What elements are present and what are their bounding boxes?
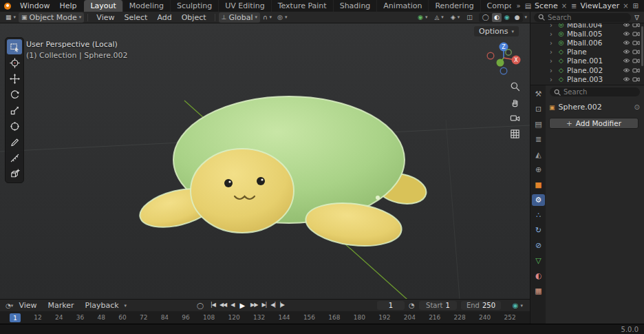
disclosure-icon[interactable]	[550, 75, 555, 83]
shading-wireframe[interactable]: ◯	[480, 13, 491, 22]
disclosure-icon[interactable]	[550, 23, 555, 29]
workspace-tab[interactable]: UV Editing	[219, 0, 271, 12]
hide-viewport-eye-icon[interactable]	[623, 67, 630, 74]
3d-scene[interactable]	[0, 23, 530, 299]
outliner-filter-icon[interactable]: ∇	[633, 14, 641, 21]
toggle-xray-button[interactable]: ◫	[464, 12, 475, 23]
properties-tab-particles[interactable]: ∴	[532, 209, 545, 221]
disclosure-icon[interactable]	[550, 39, 555, 47]
disable-render-camera-icon[interactable]	[632, 23, 640, 28]
workspace-tab[interactable]: Compositing	[481, 0, 511, 12]
disable-render-camera-icon[interactable]	[632, 48, 640, 55]
playback-button-jump-to-end[interactable]: ▶|	[259, 302, 268, 309]
outliner-row[interactable]: Plane.003	[530, 74, 644, 83]
new-viewlayer-icon[interactable]: ⊞	[632, 0, 640, 12]
workspace-tab[interactable]: Shading	[334, 0, 378, 12]
frame-tick[interactable]: 144	[278, 314, 290, 321]
frame-tick[interactable]: 60	[118, 314, 126, 321]
proportional-edit-button[interactable]: ◎ ▾	[275, 12, 290, 23]
scene-selector[interactable]: Scene	[534, 0, 559, 12]
properties-tab-material[interactable]: ◐	[532, 270, 545, 282]
transform-orientation-selector[interactable]: ⊥ Global ▾	[219, 12, 260, 23]
workspace-tab[interactable]: Modeling	[123, 0, 171, 12]
axis-y-positive[interactable]	[506, 50, 511, 55]
axis-y-negative[interactable]	[497, 59, 504, 67]
view3d-menu-item[interactable]: Add	[152, 13, 176, 22]
properties-tab-render[interactable]: ⊡	[532, 103, 545, 115]
workspace-tab[interactable]: Rendering	[429, 0, 480, 12]
playback-button-play-reverse[interactable]: ◀	[228, 302, 236, 309]
playback-button-prev-keyframe[interactable]: ◀◀	[217, 302, 228, 309]
tool-transform[interactable]	[7, 118, 22, 134]
timeline-editor-icon[interactable]: ◔	[3, 302, 11, 309]
frame-tick[interactable]: 132	[253, 314, 265, 321]
frame-tick[interactable]: 168	[328, 314, 340, 321]
disable-render-camera-icon[interactable]	[632, 67, 640, 74]
tool-scale[interactable]	[7, 103, 22, 118]
frame-tick[interactable]: 84	[161, 314, 169, 321]
current-frame-field[interactable]: 1	[377, 301, 405, 310]
properties-tab-physics[interactable]: ↻	[532, 225, 545, 236]
tool-cursor[interactable]	[7, 55, 22, 70]
blender-logo-icon[interactable]	[0, 0, 15, 12]
snapping-button[interactable]: ∩ ▾	[260, 12, 275, 23]
playback-button-next-keyframe[interactable]: ▶▶	[248, 302, 259, 309]
viewlayer-selector[interactable]: ViewLayer	[579, 0, 620, 12]
preview-range-icon[interactable]: ◯	[197, 302, 204, 309]
topbar-menu-item[interactable]: Window	[15, 0, 54, 12]
camera-view-icon[interactable]	[510, 113, 520, 123]
frame-tick[interactable]: 12	[34, 314, 41, 321]
axis-x-negative[interactable]	[487, 52, 494, 59]
shading-solid[interactable]: ◐	[492, 13, 502, 22]
hide-viewport-eye-icon[interactable]	[623, 23, 630, 28]
playback-button-jump-to-start[interactable]: |◀	[208, 302, 217, 309]
outliner-row[interactable]: Plane.001	[530, 56, 644, 65]
workspace-tab[interactable]: Sculpting	[171, 0, 219, 12]
disclosure-icon[interactable]	[550, 56, 555, 65]
editor-type-button[interactable]: ▦ ▾	[3, 12, 19, 23]
properties-tab-output[interactable]: ▤	[532, 118, 545, 130]
frame-tick[interactable]: 228	[454, 314, 466, 321]
frame-start-field[interactable]: Start 1	[419, 301, 457, 310]
viewport-3d[interactable]: User Perspective (Local) (1) Collection …	[0, 23, 530, 299]
frame-tick[interactable]: 72	[140, 314, 147, 321]
workspace-tab[interactable]: Layout	[84, 0, 122, 12]
outliner-row[interactable]: Plane.002	[530, 65, 644, 74]
timeline-menu-item[interactable]: Marker	[42, 301, 79, 310]
timeline-menu-item[interactable]: View	[13, 301, 42, 310]
tool-measure[interactable]	[7, 150, 22, 165]
properties-tab-constraints[interactable]: ⊘	[532, 240, 545, 251]
outliner-row[interactable]: Mball.005	[530, 29, 644, 38]
outliner-scrollbar[interactable]	[641, 26, 643, 66]
workspace-tab[interactable]: Texture Paint	[272, 0, 334, 12]
frame-tick[interactable]: 192	[378, 314, 390, 321]
frame-tick[interactable]: 204	[404, 314, 416, 321]
tool-move[interactable]	[7, 71, 22, 86]
sync-icon[interactable]: ◉	[513, 302, 519, 309]
outliner-search-input[interactable]: Search	[534, 13, 631, 22]
add-modifier-button[interactable]: + Add Modifier	[549, 118, 638, 129]
visibility-dropdown[interactable]: ◉ ▾	[415, 12, 430, 23]
disable-render-camera-icon[interactable]	[632, 30, 640, 37]
pin-icon[interactable]: ⊙	[634, 103, 640, 111]
chevrons-icon[interactable]: »	[515, 0, 522, 12]
frame-tick[interactable]: 252	[504, 314, 516, 321]
scene-unlink-icon[interactable]: ×	[560, 0, 568, 12]
disable-render-camera-icon[interactable]	[632, 76, 640, 83]
shading-rendered[interactable]: ●	[513, 13, 522, 22]
properties-tab-object[interactable]: ■	[532, 179, 545, 191]
view3d-menu-item[interactable]: Object	[177, 13, 211, 22]
mode-selector[interactable]: ▣ Object Mode ▾	[19, 12, 84, 23]
hide-viewport-eye-icon[interactable]	[623, 39, 630, 46]
tool-add-cube[interactable]	[7, 166, 22, 181]
disclosure-icon[interactable]	[550, 30, 555, 38]
topbar-menu-item[interactable]: Help	[54, 0, 81, 12]
frame-tick[interactable]: 108	[203, 314, 215, 321]
tool-rotate[interactable]	[7, 87, 22, 102]
hide-viewport-eye-icon[interactable]	[623, 30, 630, 37]
axis-z-negative[interactable]	[500, 67, 507, 74]
disable-render-camera-icon[interactable]	[632, 39, 640, 46]
properties-tab-world[interactable]: ⊕	[532, 164, 545, 176]
frame-tick[interactable]: 1	[10, 313, 21, 322]
viewlayer-remove-icon[interactable]: ×	[621, 0, 630, 12]
